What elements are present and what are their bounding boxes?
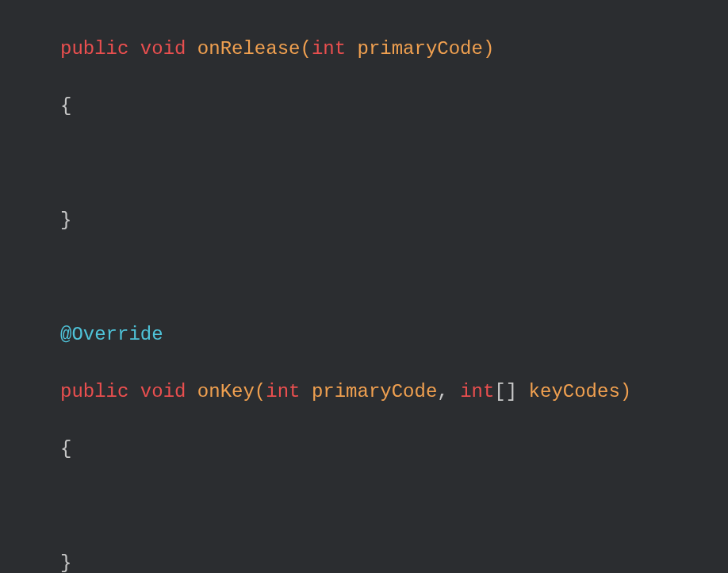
param-name: keyCodes bbox=[529, 381, 620, 402]
keyword-void: void bbox=[140, 38, 186, 60]
brace-open: { bbox=[60, 95, 71, 117]
param-name: primaryCode bbox=[358, 38, 483, 60]
code-editor[interactable]: public void onRelease(int primaryCode) {… bbox=[0, 6, 728, 573]
brace-close: } bbox=[60, 552, 71, 573]
paren-close: ) bbox=[483, 38, 494, 60]
comma: , bbox=[437, 381, 448, 402]
code-line: } bbox=[60, 206, 728, 235]
paren-close: ) bbox=[620, 381, 631, 402]
keyword-int: int bbox=[312, 38, 346, 60]
code-line: @Override bbox=[60, 321, 728, 349]
code-line: { bbox=[60, 435, 728, 463]
code-line: public void onKey(int primaryCode, int[]… bbox=[60, 378, 728, 406]
keyword-public: public bbox=[60, 38, 128, 60]
annotation-override: @Override bbox=[60, 324, 163, 345]
paren-open: ( bbox=[300, 38, 311, 60]
code-line bbox=[60, 149, 728, 178]
code-line: } bbox=[60, 549, 728, 573]
code-line: { bbox=[60, 92, 728, 121]
brace-open: { bbox=[60, 438, 71, 460]
paren-open: ( bbox=[255, 381, 266, 402]
code-line bbox=[60, 492, 728, 521]
brace-close: } bbox=[60, 210, 71, 231]
method-name: onRelease bbox=[197, 38, 301, 60]
bracket-open: [ bbox=[494, 381, 505, 402]
code-line: public void onRelease(int primaryCode) bbox=[60, 35, 728, 63]
keyword-int: int bbox=[266, 381, 300, 402]
param-name: primaryCode bbox=[312, 381, 437, 402]
keyword-void: void bbox=[140, 381, 186, 402]
keyword-public: public bbox=[60, 381, 128, 402]
bracket-close: ] bbox=[506, 381, 517, 402]
method-name: onKey bbox=[197, 381, 255, 402]
keyword-int: int bbox=[460, 381, 494, 402]
code-line bbox=[60, 263, 728, 292]
